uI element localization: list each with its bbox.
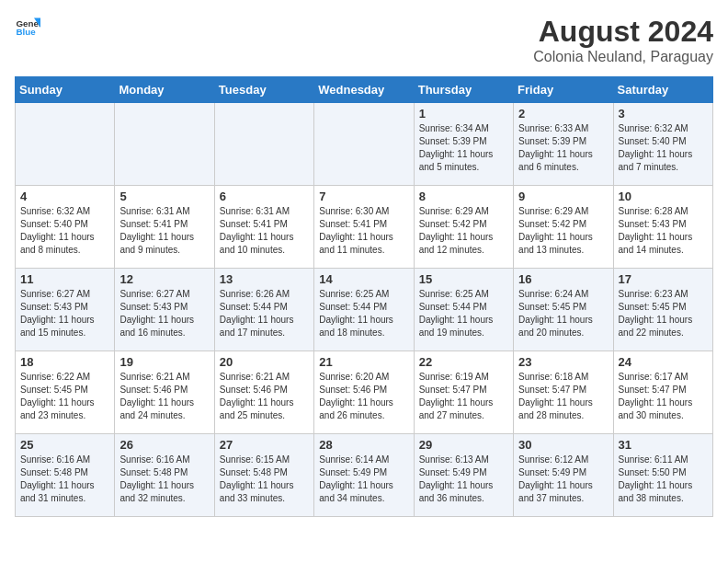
day-info: Sunrise: 6:19 AM Sunset: 5:47 PM Dayligh… [419, 371, 508, 422]
calendar-week-1: 1Sunrise: 6:34 AM Sunset: 5:39 PM Daylig… [16, 103, 713, 186]
day-header-monday: Monday [115, 77, 214, 103]
day-info: Sunrise: 6:26 AM Sunset: 5:44 PM Dayligh… [220, 288, 309, 339]
day-header-wednesday: Wednesday [314, 77, 414, 103]
day-info: Sunrise: 6:17 AM Sunset: 5:47 PM Dayligh… [619, 371, 708, 422]
calendar-week-2: 4Sunrise: 6:32 AM Sunset: 5:40 PM Daylig… [16, 186, 713, 269]
day-info: Sunrise: 6:16 AM Sunset: 5:48 PM Dayligh… [119, 454, 209, 505]
calendar-cell: 5Sunrise: 6:31 AM Sunset: 5:41 PM Daylig… [115, 186, 214, 269]
calendar-week-4: 18Sunrise: 6:22 AM Sunset: 5:45 PM Dayli… [16, 351, 713, 434]
day-number: 12 [119, 272, 209, 286]
calendar-cell [115, 103, 214, 186]
day-number: 30 [518, 438, 608, 452]
day-number: 4 [20, 190, 109, 203]
calendar-header-row: SundayMondayTuesdayWednesdayThursdayFrid… [16, 77, 713, 103]
calendar-cell: 1Sunrise: 6:34 AM Sunset: 5:39 PM Daylig… [414, 103, 513, 186]
calendar-cell: 24Sunrise: 6:17 AM Sunset: 5:47 PM Dayli… [613, 351, 712, 434]
day-number: 23 [518, 355, 608, 369]
day-number: 10 [619, 190, 708, 203]
header: General Blue August 2024 Colonia Neuland… [15, 15, 713, 65]
day-info: Sunrise: 6:21 AM Sunset: 5:46 PM Dayligh… [119, 371, 209, 422]
calendar-cell: 31Sunrise: 6:11 AM Sunset: 5:50 PM Dayli… [613, 434, 712, 517]
day-number: 15 [419, 272, 508, 286]
day-number: 8 [419, 190, 508, 203]
day-number: 1 [419, 107, 508, 121]
calendar-cell: 18Sunrise: 6:22 AM Sunset: 5:45 PM Dayli… [16, 351, 115, 434]
calendar-cell: 2Sunrise: 6:33 AM Sunset: 5:39 PM Daylig… [514, 103, 613, 186]
day-number: 29 [419, 438, 508, 452]
day-number: 3 [619, 107, 708, 121]
day-info: Sunrise: 6:12 AM Sunset: 5:49 PM Dayligh… [518, 454, 608, 505]
day-info: Sunrise: 6:25 AM Sunset: 5:44 PM Dayligh… [419, 288, 508, 339]
day-number: 17 [619, 272, 708, 286]
day-number: 25 [20, 438, 109, 452]
day-header-tuesday: Tuesday [214, 77, 313, 103]
day-info: Sunrise: 6:21 AM Sunset: 5:46 PM Dayligh… [220, 371, 309, 422]
day-number: 18 [20, 355, 109, 369]
calendar-cell [214, 103, 313, 186]
calendar-cell: 30Sunrise: 6:12 AM Sunset: 5:49 PM Dayli… [514, 434, 613, 517]
calendar-week-5: 25Sunrise: 6:16 AM Sunset: 5:48 PM Dayli… [16, 434, 713, 517]
day-number: 6 [220, 190, 309, 203]
day-info: Sunrise: 6:29 AM Sunset: 5:42 PM Dayligh… [518, 205, 608, 257]
calendar-cell: 29Sunrise: 6:13 AM Sunset: 5:49 PM Dayli… [414, 434, 513, 517]
month-year-title: August 2024 [533, 15, 713, 49]
calendar-cell [16, 103, 115, 186]
day-number: 26 [119, 438, 209, 452]
day-number: 19 [119, 355, 209, 369]
calendar-cell: 23Sunrise: 6:18 AM Sunset: 5:47 PM Dayli… [514, 351, 613, 434]
calendar-cell: 16Sunrise: 6:24 AM Sunset: 5:45 PM Dayli… [514, 269, 613, 351]
calendar-cell: 28Sunrise: 6:14 AM Sunset: 5:49 PM Dayli… [314, 434, 414, 517]
day-info: Sunrise: 6:25 AM Sunset: 5:44 PM Dayligh… [319, 288, 408, 339]
calendar-cell: 20Sunrise: 6:21 AM Sunset: 5:46 PM Dayli… [214, 351, 313, 434]
calendar-cell: 14Sunrise: 6:25 AM Sunset: 5:44 PM Dayli… [314, 269, 414, 351]
calendar-body: 1Sunrise: 6:34 AM Sunset: 5:39 PM Daylig… [16, 103, 713, 517]
day-number: 27 [220, 438, 309, 452]
day-number: 31 [619, 438, 708, 452]
calendar-week-3: 11Sunrise: 6:27 AM Sunset: 5:43 PM Dayli… [16, 269, 713, 351]
day-info: Sunrise: 6:31 AM Sunset: 5:41 PM Dayligh… [119, 205, 209, 257]
day-info: Sunrise: 6:27 AM Sunset: 5:43 PM Dayligh… [119, 288, 209, 339]
calendar-cell: 21Sunrise: 6:20 AM Sunset: 5:46 PM Dayli… [314, 351, 414, 434]
calendar-cell: 22Sunrise: 6:19 AM Sunset: 5:47 PM Dayli… [414, 351, 513, 434]
day-info: Sunrise: 6:28 AM Sunset: 5:43 PM Dayligh… [619, 205, 708, 257]
svg-text:Blue: Blue [16, 27, 36, 37]
day-info: Sunrise: 6:13 AM Sunset: 5:49 PM Dayligh… [419, 454, 508, 505]
day-info: Sunrise: 6:18 AM Sunset: 5:47 PM Dayligh… [518, 371, 608, 422]
day-info: Sunrise: 6:29 AM Sunset: 5:42 PM Dayligh… [419, 205, 508, 257]
day-number: 20 [220, 355, 309, 369]
calendar-cell [314, 103, 414, 186]
calendar-table: SundayMondayTuesdayWednesdayThursdayFrid… [15, 76, 713, 517]
day-info: Sunrise: 6:27 AM Sunset: 5:43 PM Dayligh… [20, 288, 109, 339]
day-number: 13 [220, 272, 309, 286]
location-subtitle: Colonia Neuland, Paraguay [533, 49, 713, 65]
day-info: Sunrise: 6:32 AM Sunset: 5:40 PM Dayligh… [20, 205, 109, 257]
calendar-cell: 8Sunrise: 6:29 AM Sunset: 5:42 PM Daylig… [414, 186, 513, 269]
day-info: Sunrise: 6:11 AM Sunset: 5:50 PM Dayligh… [619, 454, 708, 505]
day-number: 2 [518, 107, 608, 121]
day-info: Sunrise: 6:16 AM Sunset: 5:48 PM Dayligh… [20, 454, 109, 505]
day-number: 9 [518, 190, 608, 203]
calendar-cell: 13Sunrise: 6:26 AM Sunset: 5:44 PM Dayli… [214, 269, 313, 351]
calendar-cell: 26Sunrise: 6:16 AM Sunset: 5:48 PM Dayli… [115, 434, 214, 517]
calendar-cell: 12Sunrise: 6:27 AM Sunset: 5:43 PM Dayli… [115, 269, 214, 351]
day-info: Sunrise: 6:33 AM Sunset: 5:39 PM Dayligh… [518, 122, 608, 174]
day-info: Sunrise: 6:31 AM Sunset: 5:41 PM Dayligh… [220, 205, 309, 257]
calendar-cell: 25Sunrise: 6:16 AM Sunset: 5:48 PM Dayli… [16, 434, 115, 517]
calendar-cell: 19Sunrise: 6:21 AM Sunset: 5:46 PM Dayli… [115, 351, 214, 434]
day-header-friday: Friday [514, 77, 613, 103]
calendar-cell: 17Sunrise: 6:23 AM Sunset: 5:45 PM Dayli… [613, 269, 712, 351]
calendar-cell: 3Sunrise: 6:32 AM Sunset: 5:40 PM Daylig… [613, 103, 712, 186]
day-number: 22 [419, 355, 508, 369]
calendar-cell: 27Sunrise: 6:15 AM Sunset: 5:48 PM Dayli… [214, 434, 313, 517]
day-info: Sunrise: 6:20 AM Sunset: 5:46 PM Dayligh… [319, 371, 408, 422]
day-number: 11 [20, 272, 109, 286]
logo-icon: General Blue [15, 15, 40, 40]
calendar-cell: 7Sunrise: 6:30 AM Sunset: 5:41 PM Daylig… [314, 186, 414, 269]
day-info: Sunrise: 6:32 AM Sunset: 5:40 PM Dayligh… [619, 122, 708, 174]
day-info: Sunrise: 6:14 AM Sunset: 5:49 PM Dayligh… [319, 454, 408, 505]
calendar-cell: 4Sunrise: 6:32 AM Sunset: 5:40 PM Daylig… [16, 186, 115, 269]
day-info: Sunrise: 6:23 AM Sunset: 5:45 PM Dayligh… [619, 288, 708, 339]
day-header-saturday: Saturday [613, 77, 712, 103]
calendar-cell: 10Sunrise: 6:28 AM Sunset: 5:43 PM Dayli… [613, 186, 712, 269]
day-header-thursday: Thursday [414, 77, 513, 103]
